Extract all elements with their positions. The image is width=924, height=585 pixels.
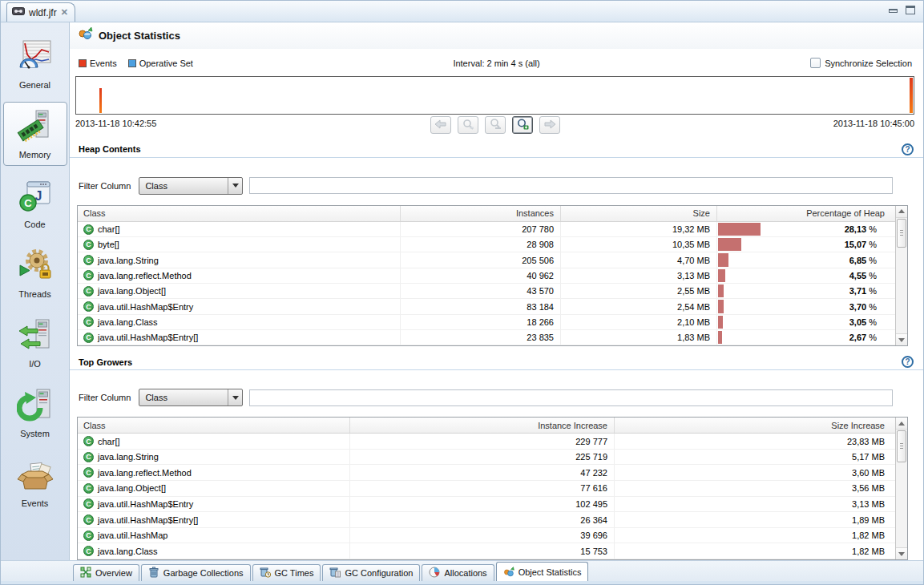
table-row[interactable]: Cchar[]229 77723,83 MB xyxy=(78,434,895,450)
content-panel: Object Statistics EventsOperative Set In… xyxy=(70,22,923,560)
sidebar: GeneralMemoryJCCodeThreadsI/OSystemEvent… xyxy=(1,22,70,560)
tab-overview[interactable]: Overview xyxy=(73,564,139,581)
synchronize-selection-checkbox[interactable] xyxy=(810,58,821,68)
column-header[interactable]: Instance Increase xyxy=(350,418,615,433)
svg-text:C: C xyxy=(24,197,32,209)
table-row[interactable]: Cjava.lang.reflect.Method40 9623,13 MB4,… xyxy=(78,268,895,284)
table-row[interactable]: Cjava.util.HashMap39 6961,82 MB xyxy=(78,528,895,544)
forward-button[interactable] xyxy=(539,116,560,134)
column-header[interactable]: Class xyxy=(78,418,350,433)
class-cell: Cjava.lang.Class xyxy=(78,315,401,329)
sidebar-item-label: Events xyxy=(22,498,49,508)
tab-garbage-collections[interactable]: Garbage Collections xyxy=(141,564,251,581)
help-icon[interactable]: ? xyxy=(902,143,914,155)
table-row[interactable]: Cjava.lang.Class15 7531,82 MB xyxy=(78,543,895,559)
sidebar-item-threads[interactable]: Threads xyxy=(3,241,67,305)
scrollbar-thumb[interactable] xyxy=(897,430,906,462)
percentage-cell: 2,67 % xyxy=(717,330,891,345)
table-row[interactable]: Cjava.lang.Object[]43 5702,55 MB3,71 % xyxy=(78,284,895,299)
heap-table-scrollbar[interactable] xyxy=(895,206,907,345)
scroll-down-icon[interactable] xyxy=(896,547,907,559)
table-row[interactable]: Cjava.lang.reflect.Method47 2323,60 MB xyxy=(78,465,895,481)
tab-label: Object Statistics xyxy=(518,567,582,577)
class-icon: C xyxy=(83,436,94,446)
tab-label: Overview xyxy=(95,568,132,578)
class-cell: Cjava.util.HashMap$Entry[] xyxy=(78,330,401,345)
sidebar-item-i-o[interactable]: I/O xyxy=(3,311,67,375)
heap-filter-row: Filter Column Class xyxy=(79,177,893,195)
column-header[interactable]: Percentage of Heap xyxy=(717,206,891,221)
top-growers-table[interactable]: ClassInstance IncreaseSize Increase Ccha… xyxy=(77,417,908,560)
size-increase-cell: 3,56 MB xyxy=(615,481,891,496)
table-row[interactable]: Cchar[]207 78019,32 MB28,13 % xyxy=(78,222,895,237)
column-header[interactable]: Class xyxy=(78,206,401,221)
class-name: java.lang.String xyxy=(98,256,159,265)
column-header[interactable]: Instances xyxy=(401,206,561,221)
tab-gc-configuration[interactable]: GC Configuration xyxy=(322,564,420,581)
tab-allocations[interactable]: Allocations xyxy=(422,564,494,581)
sidebar-item-events[interactable]: Events xyxy=(3,450,67,514)
table-row[interactable]: Cbyte[]28 90810,35 MB15,07 % xyxy=(78,237,895,252)
column-header[interactable]: Size xyxy=(561,206,717,221)
close-icon[interactable]: ✕ xyxy=(61,7,68,18)
instances-cell: 23 835 xyxy=(401,330,561,345)
growers-filter-column-select[interactable]: Class xyxy=(139,389,243,406)
growers-filter-input[interactable] xyxy=(249,389,893,406)
instance-increase-cell: 39 696 xyxy=(350,528,615,543)
zoom-out-button[interactable] xyxy=(458,116,478,134)
io-icon xyxy=(17,317,54,357)
heap-filter-column-select[interactable]: Class xyxy=(139,177,243,195)
heap-contents-table[interactable]: ClassInstancesSizePercentage of Heap Cch… xyxy=(77,205,908,346)
timeline-chart[interactable] xyxy=(75,76,914,115)
class-cell: Cjava.lang.Class xyxy=(78,543,350,559)
size-cell: 4,70 MB xyxy=(561,252,717,267)
scroll-down-icon[interactable] xyxy=(896,333,907,345)
class-icon: C xyxy=(83,531,94,541)
column-header[interactable]: Size Increase xyxy=(615,418,891,433)
gc-configuration-icon xyxy=(329,567,341,579)
size-increase-cell: 23,83 MB xyxy=(615,434,891,449)
maximize-icon[interactable] xyxy=(906,6,915,14)
table-row[interactable]: Cjava.util.HashMap$Entry83 1842,54 MB3,7… xyxy=(78,299,895,314)
minimize-icon[interactable] xyxy=(889,9,898,13)
class-name: java.lang.Class xyxy=(98,547,158,556)
zoom-in-button[interactable] xyxy=(512,116,533,134)
class-cell: Cjava.util.HashMap xyxy=(78,528,350,543)
heap-contents-header: Heap Contents ? xyxy=(70,143,923,158)
scroll-up-icon[interactable] xyxy=(896,418,907,430)
class-name: java.util.HashMap$Entry xyxy=(98,302,193,312)
bottom-tabbar: OverviewGarbage CollectionsGC TimesGC Co… xyxy=(1,560,923,581)
help-icon[interactable]: ? xyxy=(902,356,914,368)
table-row[interactable]: Cjava.lang.String205 5064,70 MB6,85 % xyxy=(78,252,895,268)
table-row[interactable]: Cjava.lang.Class18 2662,10 MB3,05 % xyxy=(78,315,895,330)
sidebar-item-memory[interactable]: Memory xyxy=(3,102,67,166)
object-statistics-icon xyxy=(78,26,93,44)
table-row[interactable]: Cjava.util.HashMap$Entry[]26 3641,89 MB xyxy=(78,512,895,528)
editor-tab-wldf[interactable]: wldf.jfr ✕ xyxy=(6,2,75,22)
table-row[interactable]: Cjava.util.HashMap$Entry102 4953,13 MB xyxy=(78,497,895,513)
table-row[interactable]: Cjava.lang.Object[]77 6163,56 MB xyxy=(78,481,895,497)
class-name: java.lang.String xyxy=(98,452,159,462)
scroll-up-icon[interactable] xyxy=(896,206,907,218)
heap-filter-input[interactable] xyxy=(249,177,893,194)
table-row[interactable]: Cjava.lang.String225 7195,17 MB xyxy=(78,450,895,466)
percentage-bar xyxy=(718,269,725,282)
zoom-range-button[interactable] xyxy=(485,116,506,134)
section-title: Top Growers xyxy=(79,357,132,367)
tab-object-statistics[interactable]: Object Statistics xyxy=(496,562,589,581)
percentage-cell: 15,07 % xyxy=(717,237,891,252)
time-row: 2013-11-18 10:42:55 2013-11-18 10:45:00 xyxy=(75,116,914,134)
instance-increase-cell: 26 364 xyxy=(350,512,615,527)
table-row[interactable]: Cjava.util.HashMap$Entry[]23 8351,83 MB2… xyxy=(78,330,895,345)
tab-gc-times[interactable]: GC Times xyxy=(252,564,321,581)
instances-cell: 40 962 xyxy=(401,268,561,283)
scrollbar-thumb[interactable] xyxy=(897,219,906,248)
back-button[interactable] xyxy=(430,116,451,134)
sidebar-item-system[interactable]: System xyxy=(3,381,67,445)
percentage-bar xyxy=(718,223,761,236)
sidebar-item-general[interactable]: General xyxy=(3,32,67,96)
class-name: java.util.HashMap xyxy=(98,531,167,540)
growers-table-scrollbar[interactable] xyxy=(895,418,907,559)
sidebar-item-code[interactable]: JCCode xyxy=(3,171,67,236)
synchronize-selection[interactable]: Synchronize Selection xyxy=(810,58,912,68)
